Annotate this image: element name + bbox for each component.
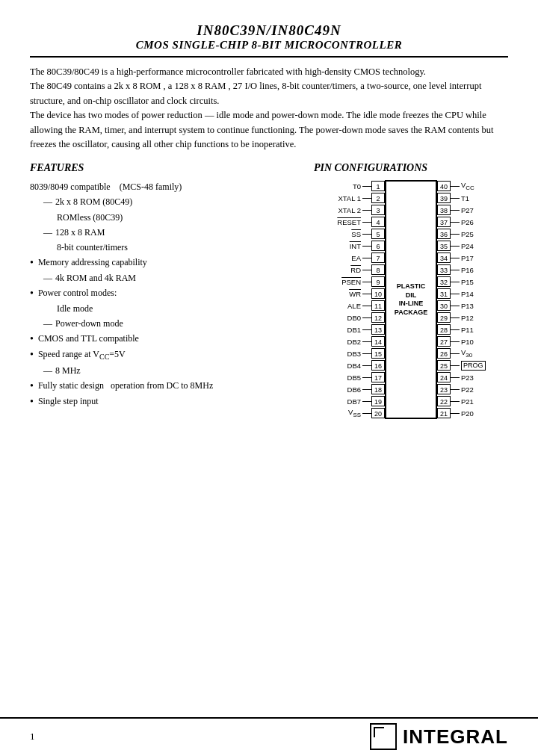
pin-name: V30 bbox=[460, 348, 491, 359]
pin-row: VSS 20 bbox=[331, 407, 385, 419]
pin-name: PSEN bbox=[331, 278, 362, 286]
pin-name: SS bbox=[331, 230, 362, 238]
pin-number: 10 bbox=[371, 288, 385, 299]
feature-text: Fully static design operation from DC to… bbox=[38, 379, 213, 393]
logo-text: INTEGRAL bbox=[403, 725, 508, 749]
pin-line bbox=[362, 413, 371, 414]
feature-text: 4k ROM and 4k RAM bbox=[55, 271, 136, 285]
pin-row: DB2 14 bbox=[331, 335, 385, 347]
feature-text: Speed range at VCC=5V bbox=[38, 347, 126, 363]
list-item: • CMOS and TTL compatible bbox=[30, 332, 306, 347]
pin-number: 27 bbox=[437, 336, 451, 347]
pin-name: P22 bbox=[460, 385, 491, 394]
pin-number: 40 bbox=[437, 181, 451, 191]
pin-line bbox=[451, 186, 460, 187]
pin-name: VCC bbox=[460, 181, 491, 191]
chip-label: PLASTICDILIN-LINEPACKAGE bbox=[393, 279, 429, 320]
list-item: Idle mode bbox=[57, 302, 306, 316]
pin-line bbox=[362, 246, 371, 247]
pin-name: RD bbox=[331, 266, 362, 274]
list-item: • Power control modes: bbox=[30, 286, 306, 301]
features-list: 8039/8049 compatible (MCS-48 family) — 2… bbox=[30, 180, 306, 409]
pin-line bbox=[362, 198, 371, 199]
list-item: — 4k ROM and 4k RAM bbox=[43, 271, 306, 285]
pin-line bbox=[362, 222, 371, 223]
title-block: IN80C39N/IN80C49N CMOS SINGLE-CHIP 8-BIT… bbox=[30, 22, 508, 52]
feature-text: Idle mode bbox=[57, 302, 93, 316]
features-title: FEATURES bbox=[30, 162, 306, 174]
pin-line bbox=[451, 365, 460, 366]
pin-name: P12 bbox=[460, 314, 491, 322]
pin-number: 19 bbox=[371, 396, 385, 406]
pin-name: P10 bbox=[460, 338, 491, 346]
pin-row: 25 PROG bbox=[437, 359, 491, 371]
feature-text: Power-down mode bbox=[55, 317, 123, 331]
pin-line bbox=[362, 186, 371, 187]
pin-name: P20 bbox=[460, 409, 491, 418]
pin-line bbox=[451, 270, 460, 270]
pin-line bbox=[362, 294, 371, 294]
footer: 1 INTEGRAL bbox=[0, 717, 538, 756]
description: The 80C39/80C49 is a high-performance mi… bbox=[30, 65, 508, 152]
pin-number: 31 bbox=[437, 288, 451, 299]
pin-name: DB0 bbox=[331, 314, 362, 322]
pin-name: XTAL 2 bbox=[331, 206, 362, 214]
feature-text: Single step input bbox=[38, 394, 99, 409]
dash-icon: — bbox=[43, 364, 52, 378]
feature-text: Memory addressing capability bbox=[38, 255, 147, 270]
dash-icon: — bbox=[43, 226, 52, 240]
pin-number: 24 bbox=[437, 372, 451, 382]
pin-line bbox=[451, 329, 460, 330]
pin-line bbox=[451, 210, 460, 211]
pin-name: PROG bbox=[460, 361, 491, 371]
pin-line bbox=[451, 401, 460, 402]
list-item: — 128 x 8 RAM bbox=[43, 226, 306, 240]
pin-row: DB7 19 bbox=[331, 395, 385, 407]
pin-row: 37 P26 bbox=[437, 216, 491, 228]
pin-line bbox=[451, 341, 460, 342]
pin-number: 30 bbox=[437, 300, 451, 311]
pin-row: 29 P12 bbox=[437, 312, 491, 323]
pin-line bbox=[451, 222, 460, 223]
pin-row: RD 8 bbox=[331, 264, 385, 276]
pin-table: T0 1 XTAL 1 2 XTAL 2 bbox=[331, 180, 491, 419]
pin-name: DB3 bbox=[331, 350, 362, 358]
pin-line bbox=[451, 282, 460, 282]
sub-title: CMOS SINGLE-CHIP 8-BIT MICROCONTROLLER bbox=[30, 39, 508, 52]
pin-number: 15 bbox=[371, 348, 385, 359]
feature-text: 8039/8049 compatible (MCS-48 family) bbox=[30, 180, 182, 194]
pin-name: P23 bbox=[460, 374, 491, 382]
pin-row: 30 P13 bbox=[437, 300, 491, 312]
pin-number: 11 bbox=[371, 300, 385, 311]
pin-name: DB7 bbox=[331, 397, 362, 406]
bullet-icon: • bbox=[30, 379, 34, 394]
pin-name: T0 bbox=[331, 182, 362, 190]
pin-line bbox=[362, 270, 371, 270]
two-column-layout: FEATURES 8039/8049 compatible (MCS-48 fa… bbox=[30, 162, 508, 419]
pin-number: 29 bbox=[437, 312, 451, 323]
bullet-icon: • bbox=[30, 286, 34, 301]
dash-icon: — bbox=[43, 195, 52, 209]
pin-number: 34 bbox=[437, 252, 451, 263]
pin-row: ALE 11 bbox=[331, 300, 385, 312]
pin-row: 40 VCC bbox=[437, 180, 491, 192]
feature-text: 128 x 8 RAM bbox=[55, 226, 105, 240]
pin-row: T0 1 bbox=[331, 180, 385, 192]
left-pins: T0 1 XTAL 1 2 XTAL 2 bbox=[331, 180, 385, 419]
pin-line bbox=[362, 282, 371, 282]
feature-text: CMOS and TTL compatible bbox=[38, 332, 139, 346]
pin-number: 37 bbox=[437, 217, 451, 227]
list-item: • Fully static design operation from DC … bbox=[30, 379, 306, 394]
pin-row: DB5 17 bbox=[331, 371, 385, 383]
feature-text: 8 MHz bbox=[55, 364, 81, 378]
main-title: IN80C39N/IN80C49N bbox=[30, 22, 508, 39]
pin-number: 3 bbox=[371, 205, 385, 215]
pin-line bbox=[362, 401, 371, 402]
pin-row: INT 6 bbox=[331, 240, 385, 252]
pin-number: 21 bbox=[437, 408, 451, 418]
right-pins: 40 VCC 39 T1 38 bbox=[437, 180, 491, 419]
pin-number: 28 bbox=[437, 324, 451, 335]
pin-number: 18 bbox=[371, 384, 385, 394]
pin-row: DB1 13 bbox=[331, 323, 385, 335]
pin-line bbox=[451, 258, 460, 258]
